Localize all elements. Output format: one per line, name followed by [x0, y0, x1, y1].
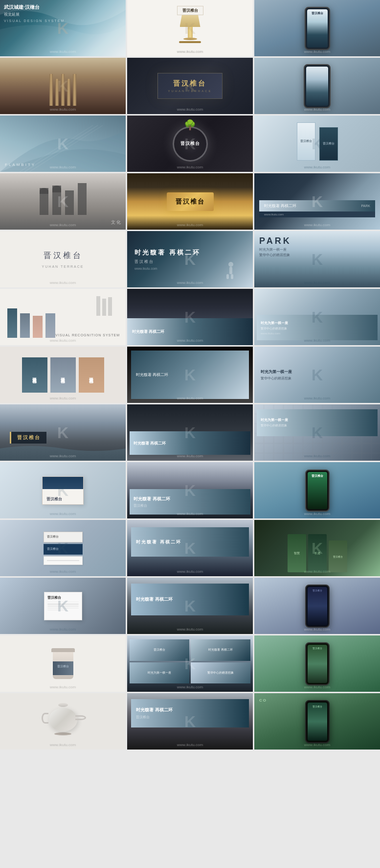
teapot-container [44, 703, 83, 740]
sc2-top [52, 186, 61, 192]
cell-feather[interactable]: FLAMBITY K www.ikutu.com [0, 116, 126, 172]
cell-brand-cards[interactable]: 晋汉椎台 晋汉椎台 晋汉椎台 www.ikutu.com [0, 347, 126, 403]
cell-lamp[interactable]: 晋汉椎台 K www.ikutu.com [127, 0, 253, 56]
pillar-5 [73, 74, 76, 106]
banner-2: 长道 [308, 534, 327, 572]
cell-teapot[interactable]: www.ikutu.com [0, 693, 126, 750]
svg-rect-9 [108, 297, 112, 316]
park-label: PARK 时光为第一棋一座 繁华中心的栖居想象 [259, 236, 291, 258]
row-11: 晋汉椎台 K www.ikutu.com 时光馥著 再棋二环 K www.iku… [0, 578, 380, 634]
lh-brand: 晋汉椎台 [47, 595, 79, 600]
wm-url-tp: www.ikutu.com [0, 743, 126, 747]
cell-wall-sign[interactable]: 晋汉椎台 K www.ikutu.com [0, 404, 126, 461]
cell-letterhead[interactable]: 晋汉椎台 K www.ikutu.com [0, 578, 126, 634]
image-grid: 武汉城建·汉橄台 视觉延展 VISUAL DESIGN SYSTEM K www… [0, 0, 380, 750]
cell-sculptures[interactable]: 文化 K www.ikutu.com [0, 173, 126, 230]
lh-line-4 [47, 610, 66, 610]
cell-dark-sign[interactable]: 晋汉椎台 YUHAN TERRACE K www.ikutu.com [127, 58, 253, 114]
cell-dark-billboard[interactable]: 时光馥著 再棋二环 K www.ikutu.com [127, 347, 253, 403]
color-block-2 [20, 313, 30, 338]
row-10: 晋汉椎台 晋汉椎台 K www.ikutu.com 时光馥著 再棋二环 K [0, 520, 380, 576]
cell-airport-ad[interactable]: 时光馥著 再棋二环 K www.ikutu.com [127, 520, 253, 576]
wm-url-sign: www.ikutu.com [127, 107, 253, 112]
mt-text-1: 时光为第一棋一座 [261, 418, 374, 422]
lamp-container [179, 13, 201, 43]
cell-airport-corridor[interactable]: 时光馥著 再棋二环 K www.ikutu.com [127, 578, 253, 634]
cell-round-sign[interactable]: 晋汉椎台 🌳 K www.ikutu.com [127, 116, 253, 172]
billboard-main-text: 时光馥著 再棋二环 [134, 248, 246, 257]
teapot-base [54, 732, 71, 735]
cell-metro-tile[interactable]: 时光为第一棋一座 繁华中心的栖居想象 K www.ikutu.com [254, 404, 380, 461]
cup-container: 晋汉椎台 [51, 648, 75, 679]
cell-phone-hand-landscape[interactable]: www.ikutu.com [254, 58, 380, 114]
banner-1: 智慧 [288, 534, 306, 572]
phone-screen-1: 晋汉椎台 [307, 9, 328, 47]
row-3: FLAMBITY K www.ikutu.com 晋汉椎台 🌳 K www.ik… [0, 116, 380, 172]
cell-brand-white[interactable]: 晋汉椎台 YUHAN TERRACE www.ikutu.com [0, 231, 126, 287]
phone-hand-container: 晋汉椎台 [305, 0, 330, 56]
cell-gold-sign[interactable]: 晋汉椎台 K www.ikutu.com [127, 173, 253, 230]
watermark-url-2: www.ikutu.com [127, 49, 253, 54]
lamp-shade [180, 13, 201, 27]
teapot-lid [58, 703, 68, 707]
svg-rect-4 [229, 267, 232, 274]
wm-url-round: www.ikutu.com [127, 165, 253, 169]
billboard-panel-4-3: 时光馥著 再棋二环 PARK [259, 200, 375, 211]
phone-screen-green: 晋汉椎台 [308, 472, 327, 509]
wm-url-sc: www.ikutu.com [0, 223, 126, 227]
cell-room-led[interactable]: 时光馥著 再棋二环 K www.ikutu.com [127, 404, 253, 461]
cell-info-panels[interactable]: 晋汉椎台 时光馥著 再棋二环 时光为第一棋一座 繁华中心的栖居想象 K www.… [127, 635, 253, 692]
lh-line-1 [47, 604, 79, 605]
cell-subway-station[interactable]: 时光馥著 再棋二环 晋汉椎台 K www.ikutu.com [127, 693, 253, 750]
cell-phone-final[interactable]: 晋汉椎台 CO www.ikutu.com [254, 693, 380, 750]
led-main-text: 时光馥著 再棋二环 [132, 329, 164, 334]
row-1: 武汉城建·汉橄台 视觉延展 VISUAL DESIGN SYSTEM K www… [0, 0, 380, 56]
cell-coffee-cup[interactable]: 晋汉椎台 www.ikutu.com [0, 635, 126, 692]
wm-url-env: www.ikutu.com [0, 512, 126, 516]
metro-tile-panel: 时光为第一棋一座 繁华中心的栖居想象 [257, 409, 378, 436]
cell-display-stand[interactable]: 晋汉椎台 晋汉椎台 K www.ikutu.com [254, 116, 380, 172]
wm-url-lh: www.ikutu.com [0, 627, 126, 632]
cell-led-billboard[interactable]: 时光馥著 再棋二环 K www.ikutu.com [127, 289, 253, 345]
figure-svg [219, 260, 243, 280]
phone-screen-landscape [306, 67, 328, 106]
metro-main: 时光为第一棋一座 [261, 321, 374, 326]
pillar-2 [55, 79, 59, 106]
cell-phone-1[interactable]: 晋汉椎台 www.ikutu.com [254, 0, 380, 56]
cell-metro-ad[interactable]: 时光为第一棋一座 繁华中心的栖居想象 www.ikutu.com K www.i… [254, 289, 380, 345]
cell-stationery[interactable]: 晋汉椎台 晋汉椎台 K www.ikutu.com [0, 520, 126, 576]
cell-envelope[interactable]: 晋汉椎台 K www.ikutu.com [0, 462, 126, 518]
brand-card-2: 晋汉椎台 [50, 357, 76, 393]
cell-phone-green-2[interactable]: 晋汉椎台 www.ikutu.com [254, 635, 380, 692]
card-2-text: 晋汉椎台 [60, 374, 66, 376]
sculpture-2 [52, 186, 61, 215]
ip-4: 繁华中心的栖居想象 [191, 662, 250, 684]
wm-url-cup: www.ikutu.com [0, 685, 126, 689]
cell-billboard-ext[interactable]: 时光馥著 再棋二环 PARK www.ikutu.com K www.ikutu… [254, 173, 380, 230]
cell-phone-dark-blue[interactable]: 晋汉椎台 www.ikutu.com [254, 578, 380, 634]
brand-card-1: 晋汉椎台 [22, 357, 47, 393]
cell-billboard-park[interactable]: PARK 时光为第一棋一座 繁华中心的栖居想象 K www.ikutu.com [254, 231, 380, 287]
banner-1-text: 智慧 [293, 550, 301, 557]
cell-interior[interactable]: K www.ikutu.com [0, 58, 126, 114]
doc-2: 晋汉椎台 [44, 544, 83, 555]
cell-ad-panel[interactable]: 时光为第一棋一座 繁华中心的栖居想象 K www.ikutu.com [254, 347, 380, 403]
phone-final-container: 晋汉椎台 [305, 693, 330, 750]
stationery-stack: 晋汉椎台 晋汉椎台 [44, 532, 83, 565]
cell-hero-brand[interactable]: 武汉城建·汉橄台 视觉延展 VISUAL DESIGN SYSTEM K www… [0, 0, 126, 56]
sculpture-1 [40, 188, 48, 215]
brand-card-on-lamp: 晋汉椎台 [177, 6, 203, 15]
row-6: VISUAL RECOGNITION SYSTEM www.ikutu.com … [0, 289, 380, 345]
cell-phone-green[interactable]: 晋汉椎台 www.ikutu.com [254, 462, 380, 518]
cell-visual-system[interactable]: VISUAL RECOGNITION SYSTEM www.ikutu.com [0, 289, 126, 345]
park-tagline-2: 繁华中心的栖居想象 [259, 253, 291, 258]
lamp-base [183, 38, 197, 40]
cell-outdoor-billboard[interactable]: 时光馥著 再棋二环 晋汉椎台 www.ikutu.com K www.ikutu… [127, 231, 253, 287]
phone-mock-1: 晋汉椎台 [305, 7, 330, 50]
wm-url-cards: www.ikutu.com [0, 396, 126, 400]
wm-url-ip: www.ikutu.com [127, 685, 253, 689]
ip-3: 时光为第一棋一座 [130, 662, 189, 684]
row-7: 晋汉椎台 晋汉椎台 晋汉椎台 www.ikutu.com 时光馥著 再棋二环 K [0, 347, 380, 403]
cell-underground[interactable]: 时光馥著 再棋二环 晋汉椎台 K www.ikutu.com [127, 462, 253, 518]
cell-rollup-banners[interactable]: 智慧 长道 晋汉椎台 K www.ikutu.com [254, 520, 380, 576]
